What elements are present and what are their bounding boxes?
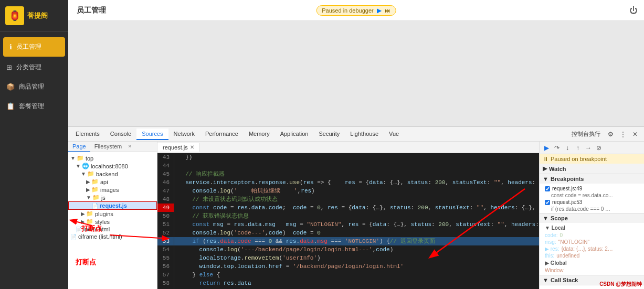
tab-vue[interactable]: Vue bbox=[384, 129, 404, 140]
sidebar-item-product-label: 商品管理 bbox=[19, 82, 44, 91]
watch-label: Watch bbox=[549, 166, 566, 172]
tree-item-ciframe[interactable]: 📄 ciframe (list.html) bbox=[68, 233, 157, 240]
code-line-44: 44 bbox=[157, 162, 539, 170]
code-line-45: 45 // 响应拦截器 bbox=[157, 170, 539, 178]
tree-item-indexhtml[interactable]: 📄 index.html bbox=[68, 226, 157, 233]
local-scope-label[interactable]: ▼ Local bbox=[543, 224, 641, 232]
breakpoint-item-2: request.js:53 bbox=[543, 198, 641, 206]
code-line-54: 54 console.log('---/backend/page/login/l… bbox=[157, 245, 539, 254]
sidebar-nav: ℹ 员工管理 ⊞ 分类管理 📦 商品管理 📋 套餐管理 bbox=[0, 32, 68, 289]
step-over-btn[interactable]: ↷ bbox=[552, 143, 562, 153]
code-tab-requestjs[interactable]: request.js ✕ bbox=[157, 143, 200, 152]
scope-msg: msg: "NOTLOGIN" bbox=[543, 239, 641, 245]
breakpoints-content: request.js:49 const code = res.data.co..… bbox=[540, 184, 644, 213]
code-line-56: 56 window.top.location.href = '/backend/… bbox=[157, 262, 539, 271]
breakpoints-section: ▼ Breakpoints request.js:49 const code =… bbox=[540, 174, 644, 213]
global-scope-label[interactable]: ▶ Global bbox=[543, 259, 641, 267]
step-icon[interactable]: ⏭ bbox=[385, 7, 390, 14]
tab-filesystem[interactable]: Filesystem bbox=[90, 142, 126, 152]
breakpoint-1-checkbox[interactable] bbox=[545, 186, 550, 191]
step-out-btn[interactable]: ↑ bbox=[573, 143, 583, 153]
tab-performance[interactable]: Performance bbox=[200, 129, 244, 140]
tab-page[interactable]: Page bbox=[68, 142, 90, 152]
sidebar-item-category-label: 分类管理 bbox=[16, 63, 41, 72]
watch-section: ▶ Watch bbox=[540, 164, 644, 174]
tab-elements[interactable]: Elements bbox=[70, 129, 105, 140]
step-btn[interactable]: → bbox=[584, 143, 593, 153]
tree-item-plugins[interactable]: ▶ 📁 plugins bbox=[68, 210, 157, 218]
call-stack-arrow: ▼ bbox=[543, 277, 548, 283]
code-line-46: 46 service.interceptors.response.use(res… bbox=[157, 178, 539, 187]
scope-header[interactable]: ▼ Scope bbox=[540, 213, 644, 223]
sidebar-item-product[interactable]: 📦 商品管理 bbox=[0, 77, 68, 97]
tab-application[interactable]: Application bbox=[275, 129, 314, 140]
code-tab-label: request.js bbox=[163, 144, 188, 151]
tab-sources[interactable]: Sources bbox=[136, 129, 168, 140]
paused-text: Paused on breakpoint bbox=[551, 156, 607, 162]
breakpoint-2-file: request.js:53 bbox=[552, 199, 582, 205]
watch-header[interactable]: ▶ Watch bbox=[540, 164, 644, 174]
tree-item-api[interactable]: ▶ 📁 api bbox=[68, 178, 157, 186]
code-line-49: 49 const code = res.data.code; code = 0,… bbox=[157, 204, 539, 212]
devtools-body: Page Filesystem » ▼ 📁 top bbox=[68, 142, 644, 289]
power-icon[interactable]: ⏻ bbox=[629, 6, 638, 15]
debugger-text: Paused in debugger bbox=[322, 7, 373, 14]
code-line-51: 51 const msg = res.data.msg msg = "NOTLO… bbox=[157, 220, 539, 229]
breakpoint-2-checkbox[interactable] bbox=[545, 200, 550, 205]
logo-text: 菩提阁 bbox=[27, 11, 48, 20]
debugger-badge: Paused in debugger ▶ ⏭ bbox=[316, 5, 396, 16]
breakpoint-1-file: request.js:49 bbox=[552, 186, 582, 191]
category-icon: ⊞ bbox=[6, 63, 12, 71]
close-tab-icon[interactable]: ✕ bbox=[190, 144, 194, 150]
close-devtools-icon[interactable]: ✕ bbox=[630, 130, 640, 139]
breakpoints-header[interactable]: ▼ Breakpoints bbox=[540, 174, 644, 184]
code-line-57: 57 } else { bbox=[157, 271, 539, 279]
devtools-tabbar: Elements Console Sources Network Perform… bbox=[68, 127, 644, 142]
file-tree: ▼ 📁 top ▼ 🌐 localhost:8080 bbox=[68, 152, 157, 289]
tab-security[interactable]: Security bbox=[313, 129, 345, 140]
more-icon[interactable]: ⋮ bbox=[618, 130, 628, 139]
breakpoints-label: Breakpoints bbox=[551, 176, 584, 182]
tree-item-backend[interactable]: ▼ 📁 backend bbox=[68, 170, 157, 178]
tab-console[interactable]: Console bbox=[105, 129, 136, 140]
pause-resume-btn[interactable]: ▶ bbox=[542, 143, 551, 153]
tab-memory[interactable]: Memory bbox=[244, 129, 275, 140]
file-panel: Page Filesystem » ▼ 📁 top bbox=[68, 142, 157, 289]
settings-icon[interactable]: ⚙ bbox=[606, 130, 616, 139]
page-title: 员工管理 bbox=[77, 6, 106, 15]
more-file-tabs-icon[interactable]: » bbox=[126, 142, 133, 152]
sidebar-item-employee[interactable]: ℹ 员工管理 bbox=[3, 37, 65, 57]
tree-item-js[interactable]: ▼ 📁 js bbox=[68, 194, 157, 201]
devtools: Elements Console Sources Network Perform… bbox=[68, 126, 644, 289]
deactivate-btn[interactable]: ⊘ bbox=[594, 143, 604, 153]
tree-item-localhost[interactable]: ▼ 🌐 localhost:8080 bbox=[68, 162, 157, 170]
sidebar-item-category[interactable]: ⊞ 分类管理 bbox=[0, 58, 68, 77]
csdn-badge: CSDN @梦想闹钟 bbox=[599, 281, 642, 288]
code-line-55: 55 localStorage.removeItem('userInfo') bbox=[157, 254, 539, 262]
watch-arrow: ▶ bbox=[543, 165, 547, 172]
tree-item-requestjs[interactable]: 📄 request.js bbox=[68, 201, 157, 210]
tree-item-styles[interactable]: ▶ 📁 styles bbox=[68, 218, 157, 226]
step-into-btn[interactable]: ↓ bbox=[563, 143, 572, 153]
code-panel: request.js ✕ 43 }) bbox=[157, 142, 539, 289]
breakpoint-1-code: const code = res.data.co... bbox=[543, 192, 641, 198]
main-header: 员工管理 Paused in debugger ▶ ⏭ ⏻ bbox=[68, 0, 644, 21]
scope-section: ▼ Scope ▼ Local code: 0 msg: "NOTLOGI bbox=[540, 213, 644, 275]
code-editor[interactable]: 43 }) 44 45 // 响应拦截器 bbox=[157, 153, 539, 289]
tab-lighthouse[interactable]: Lighthouse bbox=[345, 129, 384, 140]
resume-icon[interactable]: ▶ bbox=[377, 7, 382, 14]
page-area bbox=[68, 21, 644, 126]
scope-global-val: Window bbox=[543, 267, 641, 274]
scope-label: Scope bbox=[551, 215, 568, 221]
ctrl-label: 控制台执行 bbox=[568, 130, 604, 138]
product-icon: 📦 bbox=[6, 83, 15, 91]
tab-network[interactable]: Network bbox=[168, 129, 200, 140]
sidebar-item-package-label: 套餐管理 bbox=[19, 102, 44, 111]
scope-this: this: undefined bbox=[543, 252, 641, 259]
sidebar-item-package[interactable]: 📋 套餐管理 bbox=[0, 97, 68, 116]
main-content: 员工管理 Paused in debugger ▶ ⏭ ⏻ Elements C… bbox=[68, 0, 644, 289]
tree-item-images[interactable]: ▶ 📁 images bbox=[68, 186, 157, 194]
scope-res: ▶ res: {data: {…}, status: 2… bbox=[543, 245, 641, 252]
package-icon: 📋 bbox=[6, 102, 15, 110]
tree-item-top[interactable]: ▼ 📁 top bbox=[68, 154, 157, 162]
